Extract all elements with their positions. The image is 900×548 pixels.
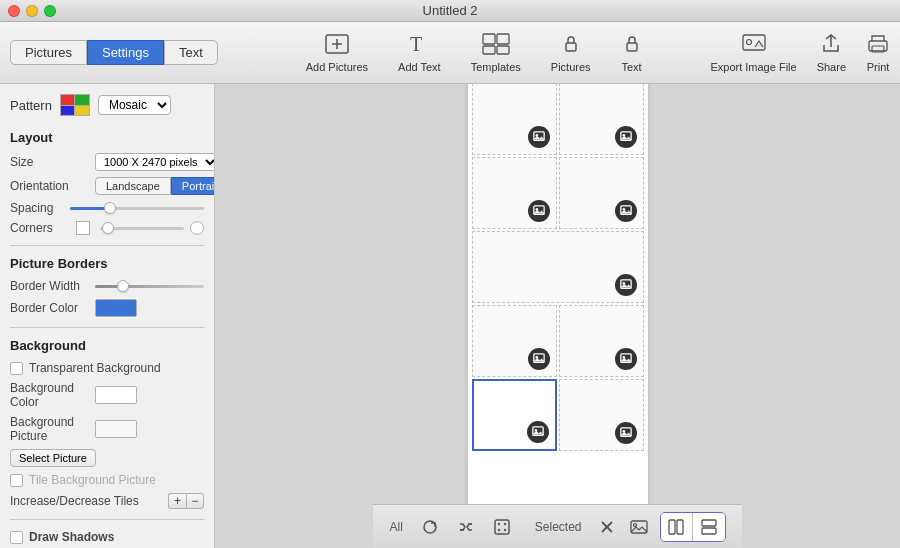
svg-rect-34 (495, 520, 509, 534)
svg-rect-6 (483, 46, 495, 54)
print-button[interactable]: Print (866, 33, 890, 73)
canvas-area: All Selected (215, 84, 900, 548)
spacing-row: Spacing (10, 201, 204, 215)
delete-selected-button[interactable] (596, 516, 618, 538)
cell-icon-4 (615, 200, 637, 222)
tiles-increment[interactable]: + (168, 493, 186, 509)
layout-section-title: Layout (10, 130, 204, 145)
pattern-icon (60, 94, 90, 116)
pattern-select[interactable]: Mosaic (98, 95, 171, 115)
tab-text[interactable]: Text (164, 40, 218, 65)
tiles-stepper-row: Increase/Decrease Tiles + − (10, 493, 204, 509)
bg-color-swatch[interactable] (95, 386, 137, 404)
bg-picture-preview (95, 420, 137, 438)
svg-point-11 (746, 39, 751, 44)
divider-3 (10, 519, 204, 520)
cell-icon-3 (528, 200, 550, 222)
corners-row: Corners (10, 221, 204, 235)
grid-cell-3[interactable] (472, 157, 557, 229)
print-label: Print (867, 61, 890, 73)
add-text-button[interactable]: T Add Text (398, 33, 441, 73)
pattern-label: Pattern (10, 98, 52, 113)
grid-cell-2[interactable] (559, 84, 644, 155)
draw-shadows-label: Draw Shadows (29, 530, 114, 544)
main-content: Pattern Mosaic Layout Size 1000 X 2470 p… (0, 84, 900, 548)
svg-rect-8 (566, 43, 576, 51)
grid-cell-8[interactable] (472, 379, 557, 451)
toolbar-actions: Add Pictures T Add Text Templates Pictur… (238, 33, 711, 73)
canvas-scroll[interactable] (215, 84, 900, 504)
view-tabs: Pictures Settings Text (10, 40, 218, 65)
grid-cell-5[interactable] (472, 231, 644, 303)
export-icon (741, 33, 767, 59)
picture-borders-title: Picture Borders (10, 256, 204, 271)
grid-cell-1[interactable] (472, 84, 557, 155)
orientation-label: Orientation (10, 179, 95, 193)
toolbar-right: Export Image File Share Print (710, 33, 890, 73)
print-icon (866, 33, 890, 59)
all-label: All (389, 520, 402, 534)
layout-columns-button[interactable] (661, 513, 693, 541)
pattern-row: Pattern Mosaic (10, 94, 204, 116)
random-button[interactable] (489, 514, 515, 540)
close-button[interactable] (8, 5, 20, 17)
transparent-bg-label: Transparent Background (29, 361, 161, 375)
corners-label: Corners (10, 221, 70, 235)
select-picture-button[interactable]: Select Picture (10, 449, 96, 467)
portrait-button[interactable]: Portrait (171, 177, 215, 195)
svg-rect-43 (669, 520, 675, 534)
grid-cell-6[interactable] (472, 305, 557, 377)
svg-rect-7 (497, 46, 509, 54)
landscape-button[interactable]: Landscape (95, 177, 171, 195)
border-width-slider[interactable] (95, 285, 204, 288)
transparent-bg-checkbox[interactable] (10, 362, 23, 375)
tile-bg-checkbox[interactable] (10, 474, 23, 487)
tile-bg-label: Tile Background Picture (29, 473, 156, 487)
grid-cell-9[interactable] (559, 379, 644, 451)
draw-shadows-row: Draw Shadows (10, 530, 204, 544)
orientation-group: Landscape Portrait (95, 177, 215, 195)
bg-picture-row: Background Picture (10, 415, 204, 443)
templates-button[interactable]: Templates (471, 33, 521, 73)
text-lock-button[interactable]: Text (621, 33, 643, 73)
grid-cell-4[interactable] (559, 157, 644, 229)
tab-pictures[interactable]: Pictures (10, 40, 87, 65)
svg-rect-44 (677, 520, 683, 534)
border-width-row: Border Width (10, 279, 204, 293)
background-title: Background (10, 338, 204, 353)
add-text-label: Add Text (398, 61, 441, 73)
tab-settings[interactable]: Settings (87, 40, 164, 65)
maximize-button[interactable] (44, 5, 56, 17)
pictures-lock-button[interactable]: Pictures (551, 33, 591, 73)
export-button[interactable]: Export Image File (710, 33, 796, 73)
svg-rect-5 (497, 34, 509, 44)
text-lock-label: Text (621, 61, 641, 73)
tiles-decrement[interactable]: − (186, 493, 204, 509)
minimize-button[interactable] (26, 5, 38, 17)
share-icon (821, 33, 841, 59)
add-pictures-button[interactable]: Add Pictures (306, 33, 368, 73)
templates-label: Templates (471, 61, 521, 73)
share-button[interactable]: Share (817, 33, 846, 73)
tile-bg-row: Tile Background Picture (10, 473, 204, 487)
shuffle-button[interactable] (453, 514, 479, 540)
grid-cell-7[interactable] (559, 305, 644, 377)
orientation-row: Orientation Landscape Portrait (10, 177, 204, 195)
add-pictures-icon (324, 33, 350, 59)
size-row: Size 1000 X 2470 pixels (10, 153, 204, 171)
bg-color-label: Background Color (10, 381, 95, 409)
svg-rect-46 (702, 528, 716, 534)
layout-rows-button[interactable] (693, 513, 725, 541)
border-color-swatch[interactable] (95, 299, 137, 317)
window-controls[interactable] (8, 5, 56, 17)
edit-selected-button[interactable] (628, 516, 650, 538)
refresh-button[interactable] (417, 514, 443, 540)
svg-point-42 (633, 523, 636, 526)
border-color-label: Border Color (10, 301, 95, 315)
spacing-slider[interactable] (70, 201, 204, 215)
size-select[interactable]: 1000 X 2470 pixels (95, 153, 215, 171)
add-pictures-label: Add Pictures (306, 61, 368, 73)
bg-picture-label: Background Picture (10, 415, 95, 443)
corners-slider[interactable] (100, 221, 184, 235)
draw-shadows-checkbox[interactable] (10, 531, 23, 544)
